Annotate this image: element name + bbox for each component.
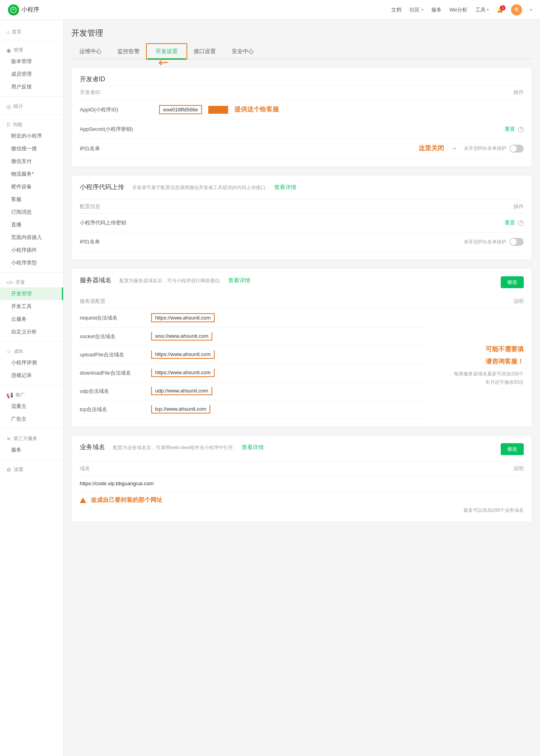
tab-api-settings[interactable]: 接口设置 <box>186 45 224 59</box>
domain-udp-value: udp://www.ahsunit.com <box>151 387 429 395</box>
code-ip-toggle[interactable] <box>509 238 524 246</box>
server-domain-desc: 配置为服务器域名后，可与小程序进行网络通信。 <box>119 278 224 284</box>
domain-upload-value: https://www.ahsunit.com <box>151 350 429 359</box>
sidebar-item-home[interactable]: ⌂ 首页 <box>0 27 63 37</box>
service-link[interactable]: 服务 <box>431 6 442 13</box>
domain-download-label: downloadFile合法域名 <box>80 369 151 377</box>
sidebar-item-dev-manage[interactable]: 开发管理 <box>0 287 63 300</box>
code-th-label: 配置信息 <box>80 203 159 210</box>
sidebar-item-wechat-pay[interactable]: 微信支付 <box>0 155 63 168</box>
docs-link[interactable]: 文档 <box>391 6 402 13</box>
logo-text: 小程序 <box>21 6 39 13</box>
sidebar-item-page-content[interactable]: 页面内容接入 <box>0 231 63 244</box>
server-domain-header-row: 服务器域名 配置为服务器域名后，可与小程序进行网络通信。 查看详情 修改 <box>80 276 524 288</box>
sidebar-item-live[interactable]: 直播 <box>0 218 63 231</box>
notification-bell[interactable]: 🔔 1 <box>497 7 503 13</box>
appid-text[interactable]: wxe018ffd566e <box>159 105 202 114</box>
server-domain-card: 服务器域名 配置为服务器域名后，可与小程序进行网络通信。 查看详情 修改 服务器… <box>71 268 532 427</box>
sidebar-manage-header[interactable]: ◉ 管理 <box>0 45 63 55</box>
tab-security[interactable]: 安全中心 <box>224 45 262 59</box>
ip-toggle[interactable] <box>509 145 524 153</box>
ip-annotation: 这里关闭 <box>419 144 444 153</box>
sidebar-stats-header[interactable]: ◎ 统计 <box>0 101 63 111</box>
promote-icon: 📢 <box>6 392 13 398</box>
sidebar-item-flow[interactable]: 流量主 <box>0 400 63 413</box>
sidebar-item-feedback[interactable]: 用户反馈 <box>0 80 63 93</box>
upload-key-label: 小程序代码上传密钥 <box>80 219 159 226</box>
sidebar-item-hardware[interactable]: 硬件设备 <box>0 180 63 193</box>
code-upload-card: 小程序代码上传 开发者可基于配置信息调用微信开发者工具提供的代码上传接口。 查看… <box>71 175 532 260</box>
sidebar-func-header[interactable]: ⠿ 功能 <box>0 120 63 130</box>
server-domain-side-note2: 本月还可修改50次 <box>485 379 524 386</box>
server-domain-consult: 请咨询客服！ <box>486 358 524 366</box>
sidebar-item-logistics[interactable]: 物流服务* <box>0 168 63 180</box>
code-upload-header: 配置信息 操作 <box>80 200 524 214</box>
sidebar-item-speed[interactable]: 违规记录 <box>0 369 63 382</box>
domain-download-value: https://www.ahsunit.com <box>151 369 429 377</box>
sidebar-item-customer[interactable]: 客服 <box>0 193 63 206</box>
server-domain-modify-btn[interactable]: 修改 <box>501 276 524 288</box>
sidebar-third-header[interactable]: ✕ 第三方服务 <box>0 434 63 444</box>
sidebar-item-version[interactable]: 版本管理 <box>0 55 63 68</box>
growth-icon: ☆ <box>6 348 12 355</box>
sidebar-item-subscribe[interactable]: 订阅消息 <box>0 206 63 218</box>
biz-domain-modify-btn[interactable]: 修改 <box>501 443 524 455</box>
tools-chevron-icon: ▾ <box>487 8 489 12</box>
tab-monitor[interactable]: 监控告警 <box>110 45 148 59</box>
page-title: 开发管理 <box>71 28 532 38</box>
sidebar-item-dev-tools[interactable]: 开发工具 <box>0 300 63 313</box>
logo-icon <box>8 4 19 15</box>
sidebar-item-ads[interactable]: 广告主 <box>0 413 63 425</box>
tab-dev-settings[interactable]: 开发设置 <box>148 45 186 59</box>
biz-domain-title: 业务域名 <box>80 443 105 452</box>
manage-icon: ◉ <box>6 47 11 54</box>
sidebar-dev-header[interactable]: </> 开发 <box>0 278 63 287</box>
code-upload-title: 小程序代码上传 <box>80 183 124 191</box>
sidebar-item-service3[interactable]: 服务 <box>0 444 63 456</box>
sidebar-item-review[interactable]: 小程序评测 <box>0 356 63 369</box>
server-domain-title: 服务器域名 <box>80 276 111 285</box>
ip-whitelist-row: IP白名单 这里关闭 → 未开启IP白名单保护 <box>80 139 524 159</box>
biz-domain-table: 域名 说明 https://code.vip.bbguangcai.com 改成… <box>80 461 524 514</box>
server-domain-annotation: 可能不需要填 <box>486 345 524 354</box>
sidebar-item-custom-analysis[interactable]: 自定义分析 <box>0 325 63 338</box>
domain-request-value: https://www.ahsunit.com <box>151 313 429 322</box>
biz-th-label: 域名 <box>80 465 159 472</box>
upload-key-reset-link[interactable]: 重置 <box>505 220 515 226</box>
tab-devops[interactable]: 运维中心 <box>71 45 110 59</box>
th-label: 开发者ID <box>80 89 159 96</box>
sidebar-item-member[interactable]: 成员管理 <box>0 68 63 80</box>
sidebar-promote-header[interactable]: 📢 推广 <box>0 390 63 400</box>
user-avatar[interactable]: 粤 <box>511 4 522 15</box>
sidebar-item-mini-jump[interactable]: 小程序插件 <box>0 244 63 256</box>
ip-action: 这里关闭 → 未开启IP白名单保护 <box>419 144 524 153</box>
appid-label: AppID(小程序ID) <box>80 106 159 113</box>
appsecret-reset-link[interactable]: 重置 <box>505 126 515 132</box>
sidebar-settings-header[interactable]: ⚙ 设置 <box>0 465 63 475</box>
notification-badge: 1 <box>500 5 505 11</box>
tools-link[interactable]: 工具 ▾ <box>475 6 489 13</box>
sidebar-growth-header[interactable]: ☆ 成长 <box>0 346 63 356</box>
biz-domain-url: https://code.vip.bbguangcai.com <box>80 480 524 486</box>
appsecret-help-icon[interactable]: ? <box>518 127 524 132</box>
community-link[interactable]: 社区 ▾ <box>409 6 423 13</box>
domain-socket-label: socket合法域名 <box>80 333 151 340</box>
code-upload-link[interactable]: 查看详情 <box>274 184 296 191</box>
sidebar-item-recent[interactable]: 附近的小程序 <box>0 130 63 142</box>
server-domain-link[interactable]: 查看详情 <box>228 277 250 284</box>
appid-value: wxe018ffd566e 提供这个给客服 <box>159 105 524 114</box>
server-th-note: 说明 <box>492 298 524 305</box>
logo[interactable]: 小程序 <box>8 4 39 15</box>
biz-domain-link[interactable]: 查看详情 <box>242 444 264 451</box>
svg-point-0 <box>11 7 16 13</box>
sidebar-item-mini-type[interactable]: 小程序类型 <box>0 256 63 269</box>
sidebar-item-cloud[interactable]: 云服务 <box>0 313 63 325</box>
domain-tcp-label: tcp合法域名 <box>80 406 151 413</box>
ip-label: IP白名单 <box>80 145 159 152</box>
appsecret-label: AppSecret(小程序密钥) <box>80 126 159 133</box>
biz-domain-annotation: 改成自己要封装的那个网址 <box>80 496 524 504</box>
domain-row-tcp: tcp合法域名 tcp://www.ahsunit.com <box>80 400 429 419</box>
analytics-link[interactable]: We分析 <box>450 6 467 13</box>
upload-key-help-icon[interactable]: ? <box>518 220 524 226</box>
sidebar-item-wechat-scan[interactable]: 微信搜一搜 <box>0 142 63 155</box>
